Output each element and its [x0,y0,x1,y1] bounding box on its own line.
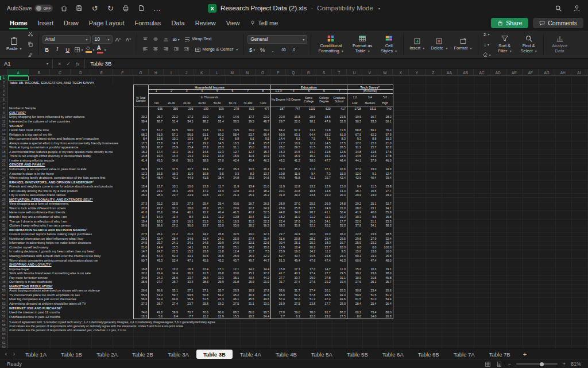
cell[interactable]: 6.8 [225,136,241,141]
cell[interactable]: 57.4 [270,297,286,302]
cell[interactable] [194,306,210,310]
cell[interactable]: 32.3 [378,145,393,150]
cell[interactable]: 25.9 [164,145,179,150]
cell[interactable]: 13.8 [362,250,378,254]
cell[interactable]: 28.7 [149,301,164,306]
row-header-16[interactable]: 16 [0,141,7,145]
row-label[interactable]: I make a strong effort to recycle [8,158,133,163]
cell[interactable]: 28.3 [378,115,393,120]
cell[interactable]: 44.7 [256,258,271,263]
cell[interactable]: 15.2 [133,150,149,154]
row-label[interactable]: Consult consumer reports before making m… [8,232,133,236]
cell[interactable]: 30.6 [225,271,241,275]
cell[interactable] [164,163,179,167]
cell[interactable] [149,228,164,232]
cell[interactable]: 32.7 [378,202,393,206]
cell[interactable]: 11.0 [332,267,347,271]
cell[interactable]: 26.7 [240,202,256,206]
cell[interactable]: 38.3 [270,223,286,228]
cell[interactable]: 30.9 [347,275,362,280]
cell[interactable] [256,110,271,115]
cell[interactable]: 9.5 [332,250,347,254]
cell[interactable]: 32.7 [149,206,164,210]
cell[interactable]: 16.3 [179,267,195,271]
cell[interactable]: 74.0 [133,310,149,315]
cell[interactable]: 32.4 [149,236,164,241]
cell[interactable]: 14.5 [347,154,362,159]
cell[interactable]: 17.2 [194,189,210,193]
cell[interactable] [149,124,164,128]
cell[interactable]: 28.0 [270,206,286,210]
cell[interactable] [362,197,378,202]
cell[interactable]: 35.0 [240,145,256,150]
cell[interactable] [378,110,393,115]
section-label[interactable]: SHOPPING AND LOYALTY¹ [8,262,133,267]
normal-view-icon[interactable] [485,361,491,367]
cell[interactable]: 25.7 [149,115,164,120]
cell[interactable]: 14.5 [286,150,301,154]
cell[interactable]: 20.3 [240,189,256,193]
cell[interactable]: 71.5 [332,128,347,132]
confirm-entry-icon[interactable]: ✓ [66,61,71,67]
cell[interactable] [164,306,179,310]
cell[interactable]: 31.7 [270,279,286,284]
column-header-s[interactable]: S [316,69,332,76]
row-header-18[interactable]: 18 [0,150,7,154]
column-header-q[interactable]: Q [286,69,301,76]
cell[interactable]: 55.4 [179,297,195,302]
cell[interactable] [256,262,271,267]
cell[interactable]: 22.4 [270,219,286,224]
cell[interactable]: 59.5 [179,293,195,297]
cell[interactable]: 35.0 [225,223,241,228]
cell[interactable] [149,284,164,289]
share-button[interactable]: Share [491,18,528,28]
cell[interactable]: 44.2 [256,275,271,280]
cell[interactable] [210,180,225,185]
cell[interactable] [240,110,256,115]
delete-cells-button[interactable]: Delete ▾ [428,36,450,52]
cell[interactable]: 46.3 [332,258,347,263]
cell[interactable]: 45.2 [210,258,225,263]
row-header-48[interactable]: 48 [0,280,7,285]
cell[interactable]: 73.4 [301,128,317,132]
cell[interactable]: 34.4 [194,167,210,171]
insert-cells-button[interactable]: Insert ▾ [407,36,427,52]
row-header-49[interactable]: 49 [0,284,7,289]
cell[interactable] [286,228,301,232]
cell[interactable]: 10.3 [378,136,393,141]
cell[interactable]: 28.5 [332,145,347,150]
cell[interactable]: 25.4 [194,202,210,206]
cell[interactable]: 60.2 [347,310,362,315]
row-header-42[interactable]: 42 [0,254,7,258]
sheet-tab-table-2a[interactable]: Table 2A [90,350,125,359]
cell[interactable] [301,124,317,128]
cell[interactable]: 87.2 [332,310,347,315]
cell[interactable]: 25.1 [210,206,225,210]
cell[interactable]: 45.2 [225,293,241,297]
cell[interactable]: 6.2 [210,136,225,141]
cell[interactable]: 29.4 [210,202,225,206]
sheet-tab-table-5b[interactable]: Table 5B [340,350,375,359]
cell[interactable]: 50.8 [194,293,210,297]
column-header-w[interactable]: W [377,69,393,76]
cell[interactable]: 47.1 [179,258,195,263]
row-header-14[interactable]: 14 [0,132,7,137]
cell[interactable]: 79.0 [256,128,271,132]
sheet-tab-table-4a[interactable]: Table 4A [233,350,268,359]
row-header-20[interactable]: 20 [0,158,7,163]
cell[interactable]: 359 [164,106,179,111]
cell[interactable]: 10.3 [332,214,347,219]
cell[interactable]: 11.2 [316,250,332,254]
cell[interactable] [240,228,256,232]
cell[interactable]: 1102 [301,106,317,111]
cell[interactable]: 69.0 [179,128,195,132]
cell[interactable]: 32.6 [332,167,347,171]
cell[interactable] [210,110,225,115]
cell[interactable]: 61.3 [286,293,301,297]
cell[interactable]: 34.2 [194,232,210,236]
cell[interactable]: 31.6 [270,236,286,241]
cell[interactable]: 16.1 [210,219,225,224]
cell[interactable]: 61.1 [194,132,210,137]
cell[interactable]: 88.0 [378,310,393,315]
cell[interactable]: 37.7 [256,271,271,275]
